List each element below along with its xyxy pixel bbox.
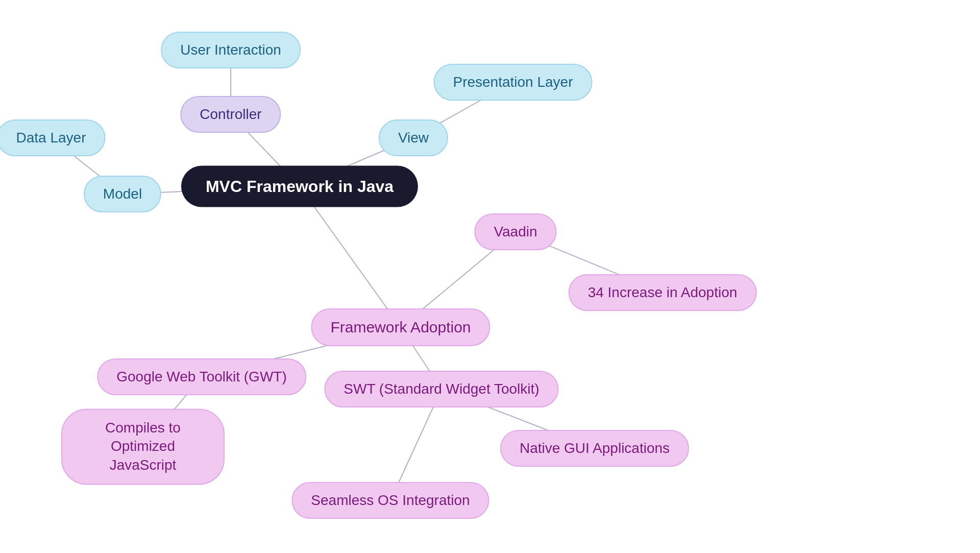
controller-node: Controller (180, 96, 281, 133)
view-node: View (379, 119, 448, 156)
gwt-node: Google Web Toolkit (GWT) (97, 358, 306, 395)
model-node: Model (84, 176, 161, 212)
presentation-layer-node: Presentation Layer (433, 64, 592, 101)
vaadin-node: Vaadin (474, 213, 556, 250)
native-gui-node: Native GUI Applications (500, 430, 689, 467)
user-interaction-node: User Interaction (161, 32, 301, 68)
increase-adoption-node: 34 Increase in Adoption (569, 274, 757, 311)
compiles-node: Compiles to Optimized JavaScript (61, 408, 225, 485)
center-node: MVC Framework in Java (181, 166, 418, 207)
seamless-node: Seamless OS Integration (291, 482, 489, 519)
swt-node: SWT (Standard Widget Toolkit) (324, 371, 558, 407)
framework-adoption-node: Framework Adoption (311, 308, 490, 346)
svg-line-6 (300, 186, 401, 327)
data-layer-node: Data Layer (0, 119, 105, 156)
